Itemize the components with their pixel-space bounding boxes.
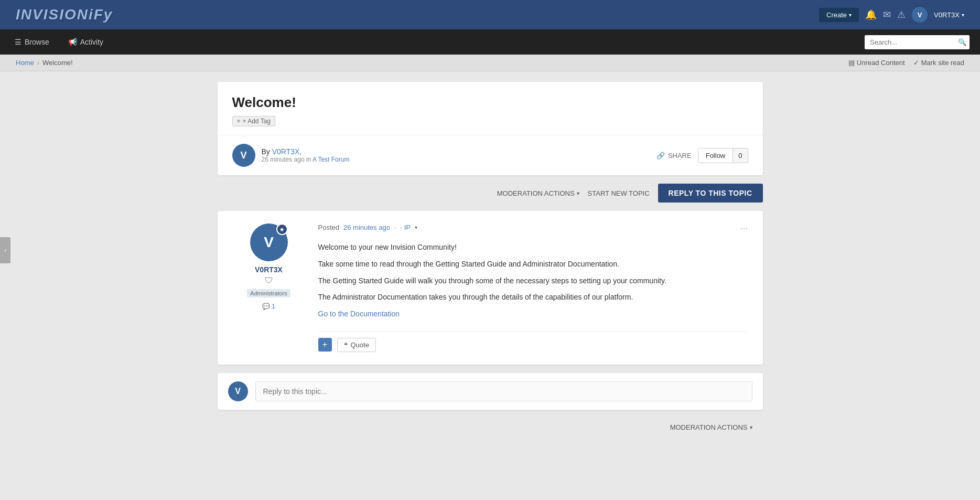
alert-icon[interactable]: ⚠ bbox=[897, 9, 906, 20]
main-content: Welcome! + + Add Tag V By V0RT3X, 26 min… bbox=[207, 82, 773, 437]
author-link[interactable]: V0RT3X, bbox=[272, 147, 302, 156]
activity-nav-item[interactable]: 📢 Activity bbox=[64, 36, 107, 48]
separator-dot: · bbox=[394, 224, 396, 231]
role-badge: Administrators bbox=[247, 289, 290, 297]
browse-nav-item[interactable]: ☰ Browse bbox=[10, 36, 53, 48]
author-info: By V0RT3X, 26 minutes ago in A Test Foru… bbox=[262, 147, 350, 163]
share-button[interactable]: 🔗 SHARE bbox=[656, 152, 692, 159]
reply-to-topic-button[interactable]: REPLY TO THIS TOPIC bbox=[658, 184, 763, 203]
user-menu-chevron: ▾ bbox=[962, 12, 964, 18]
top-header: INVISIONiFy Create ▾ 🔔 ✉ ⚠ V V0RT3X ▾ bbox=[0, 0, 980, 29]
breadcrumb-actions: ▤ Unread Content ✓ Mark site read bbox=[848, 59, 964, 67]
sidebar-toggle-button[interactable]: › bbox=[0, 237, 10, 263]
breadcrumb-current: Welcome! bbox=[42, 59, 73, 67]
unread-content-button[interactable]: ▤ Unread Content bbox=[848, 59, 905, 67]
search-button[interactable]: 🔍 bbox=[954, 35, 970, 49]
start-new-topic-button[interactable]: START NEW TOPIC bbox=[588, 189, 650, 197]
check-icon: ✓ bbox=[913, 59, 919, 67]
post-main: Posted 26 minutes ago · · IP ▾ ··· Welco… bbox=[318, 224, 748, 352]
follow-button-group: Follow 0 bbox=[698, 148, 748, 163]
bottom-mod-chevron-icon: ▾ bbox=[750, 424, 752, 430]
activity-label: Activity bbox=[80, 38, 103, 46]
post-count-wrap: 💬 1 bbox=[232, 302, 306, 310]
quote-button[interactable]: ❝ Quote bbox=[337, 338, 376, 352]
author-name: By V0RT3X, bbox=[262, 147, 350, 156]
share-icon: 🔗 bbox=[656, 152, 665, 159]
post-username[interactable]: V0RT3X bbox=[232, 265, 306, 274]
reply-card: V bbox=[218, 373, 763, 410]
posted-info: Posted 26 minutes ago · · IP ▾ bbox=[318, 224, 418, 231]
logo-text: INVISIONiFy bbox=[16, 6, 113, 23]
post-paragraph-2: Take some time to read through the Getti… bbox=[318, 258, 748, 271]
post-avatar-wrap: V ★ bbox=[250, 224, 288, 261]
nav-bar: ☰ Browse 📢 Activity 🔍 bbox=[0, 29, 980, 55]
nav-left: ☰ Browse 📢 Activity bbox=[10, 36, 107, 48]
topic-actions: 🔗 SHARE Follow 0 bbox=[656, 148, 748, 163]
post-options-button[interactable]: ··· bbox=[740, 224, 748, 233]
moderation-actions-button[interactable]: MODERATION ACTIONS ▾ bbox=[497, 189, 579, 197]
breadcrumb: Home › Welcome! bbox=[16, 59, 73, 67]
bottom-action-bar: MODERATION ACTIONS ▾ bbox=[218, 418, 763, 437]
quote-icon: ❝ bbox=[344, 341, 348, 349]
chevron-right-icon: › bbox=[4, 247, 6, 254]
post-header: Posted 26 minutes ago · · IP ▾ ··· bbox=[318, 224, 748, 233]
forum-link[interactable]: A Test Forum bbox=[313, 156, 349, 163]
bottom-moderation-button[interactable]: MODERATION ACTIONS ▾ bbox=[670, 423, 752, 431]
search-box: 🔍 bbox=[865, 35, 970, 49]
post-time-link[interactable]: 26 minutes ago bbox=[343, 224, 390, 231]
post-paragraph-4: The Administrator Documentation takes yo… bbox=[318, 291, 748, 304]
reply-avatar: V bbox=[228, 381, 248, 401]
post-doc-link-para: Go to the Documentation bbox=[318, 308, 748, 321]
breadcrumb-home[interactable]: Home bbox=[16, 59, 34, 67]
search-icon: 🔍 bbox=[958, 38, 967, 46]
topic-header-card: Welcome! + + Add Tag V By V0RT3X, 26 min… bbox=[218, 82, 763, 175]
bell-icon[interactable]: 🔔 bbox=[865, 9, 877, 20]
header-right: Create ▾ 🔔 ✉ ⚠ V V0RT3X ▾ bbox=[819, 7, 964, 23]
follow-count: 0 bbox=[733, 148, 747, 163]
browse-label: Browse bbox=[25, 38, 49, 46]
ip-link[interactable]: · IP bbox=[401, 224, 411, 231]
activity-icon: 📢 bbox=[68, 38, 77, 46]
post-count-link[interactable]: 💬 1 bbox=[262, 303, 275, 310]
post-author-sidebar: V ★ V0RT3X 🛡 Administrators 💬 1 bbox=[232, 224, 306, 352]
topic-title: Welcome! bbox=[232, 94, 748, 111]
shield-icon: 🛡 bbox=[232, 276, 306, 285]
user-avatar[interactable]: V bbox=[912, 7, 928, 23]
post-paragraph-3: The Getting Started Guide will walk you … bbox=[318, 275, 748, 288]
author-avatar[interactable]: V bbox=[232, 144, 255, 167]
react-button[interactable]: + bbox=[318, 338, 332, 352]
moderation-chevron-icon: ▾ bbox=[577, 190, 579, 196]
mail-icon[interactable]: ✉ bbox=[883, 9, 891, 20]
doc-link[interactable]: Go to the Documentation bbox=[318, 310, 400, 318]
post-body: Welcome to your new Invision Community! … bbox=[318, 241, 748, 321]
action-bar: MODERATION ACTIONS ▾ START NEW TOPIC REP… bbox=[218, 184, 763, 203]
topic-author: V By V0RT3X, 26 minutes ago in A Test Fo… bbox=[232, 144, 350, 167]
post-paragraph-1: Welcome to your new Invision Community! bbox=[318, 241, 748, 254]
unread-icon: ▤ bbox=[848, 59, 855, 67]
add-tag-button[interactable]: + + Add Tag bbox=[232, 116, 276, 126]
plus-icon: + bbox=[237, 118, 241, 125]
breadcrumb-separator: › bbox=[37, 59, 39, 67]
create-button[interactable]: Create ▾ bbox=[819, 8, 859, 22]
create-label: Create bbox=[826, 11, 847, 19]
post-card: V ★ V0RT3X 🛡 Administrators 💬 1 Posted 2… bbox=[218, 211, 763, 365]
mark-read-button[interactable]: ✓ Mark site read bbox=[913, 59, 964, 67]
ip-chevron-icon: ▾ bbox=[415, 225, 417, 230]
comment-icon: 💬 bbox=[262, 303, 270, 310]
admin-badge-icon: ★ bbox=[276, 224, 288, 235]
logo: INVISIONiFy bbox=[16, 6, 113, 23]
browse-icon: ☰ bbox=[15, 38, 21, 46]
chevron-down-icon: ▾ bbox=[849, 12, 852, 18]
reply-input[interactable] bbox=[255, 381, 752, 401]
follow-button[interactable]: Follow bbox=[698, 148, 733, 163]
search-input[interactable] bbox=[865, 35, 954, 49]
post-footer: + ❝ Quote bbox=[318, 331, 748, 352]
user-menu[interactable]: V0RT3X ▾ bbox=[934, 11, 964, 19]
post-time: 26 minutes ago in A Test Forum bbox=[262, 156, 350, 163]
breadcrumb-bar: Home › Welcome! ▤ Unread Content ✓ Mark … bbox=[0, 55, 980, 71]
topic-meta: V By V0RT3X, 26 minutes ago in A Test Fo… bbox=[232, 135, 748, 175]
